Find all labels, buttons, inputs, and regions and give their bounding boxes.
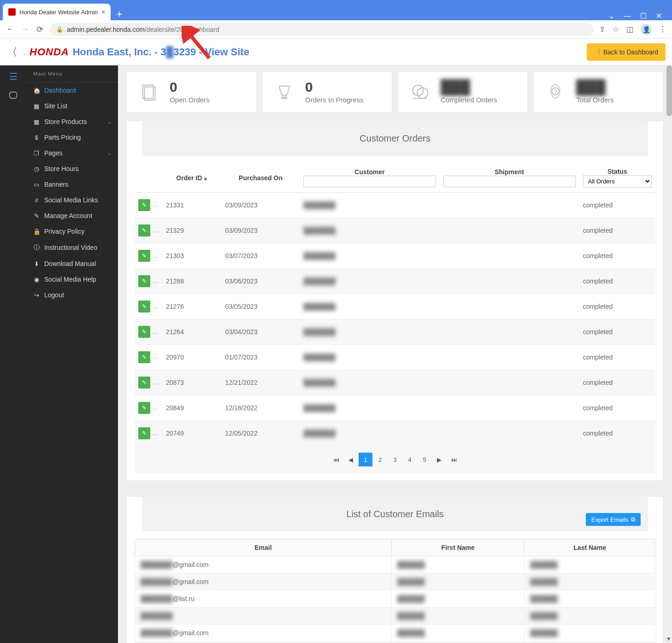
share-icon[interactable]: ⇪ xyxy=(599,25,605,34)
stat-value: 0 xyxy=(170,80,210,94)
sidebar-item-instructional-video[interactable]: ⓘInstructional Video xyxy=(27,239,118,256)
edit-order-button[interactable]: ✎ xyxy=(138,250,150,262)
minimize-icon[interactable]: — xyxy=(624,12,631,20)
more-icon[interactable]: … xyxy=(152,252,159,259)
more-icon[interactable]: … xyxy=(152,277,159,284)
orders-panel-title: Customer Orders xyxy=(142,121,648,156)
profile-avatar[interactable]: 👤 xyxy=(641,24,652,35)
col-order-id[interactable]: Order ID◆ xyxy=(162,163,222,193)
page-number[interactable]: 5 xyxy=(418,453,431,466)
col-first-name[interactable]: First Name xyxy=(391,539,525,556)
sidebar-item-social-media-help[interactable]: ◉Social Media Help xyxy=(27,271,118,287)
sidebar-item-store-hours[interactable]: ◷Store Hours xyxy=(27,161,118,177)
sidebar-item-social-media-links[interactable]: #Social Media Links xyxy=(27,192,118,208)
edit-order-button[interactable]: ✎ xyxy=(138,326,150,338)
more-icon[interactable]: … xyxy=(152,378,159,386)
page-number[interactable]: 4 xyxy=(403,453,417,466)
browser-tab[interactable]: Honda Dealer Website Admin × xyxy=(3,4,111,20)
chevron-down-icon[interactable]: ⌄ xyxy=(608,12,614,20)
edit-order-button[interactable]: ✎ xyxy=(138,351,150,363)
sidebar-item-banners[interactable]: ▭Banners xyxy=(27,177,118,192)
close-window-icon[interactable]: ✕ xyxy=(656,12,662,20)
customer-filter-input[interactable] xyxy=(303,176,436,187)
micro-sidebar: ☰ 🖵 xyxy=(0,65,27,643)
more-icon[interactable]: … xyxy=(152,429,159,437)
more-icon[interactable]: … xyxy=(152,353,159,360)
header-back-button[interactable]: 〈 xyxy=(6,45,20,59)
edit-order-button[interactable]: ✎ xyxy=(138,199,150,211)
cell-email: ███████ xyxy=(135,608,392,625)
sidebar-item-label: Download Manual xyxy=(44,260,96,267)
url-input[interactable]: 🔒 admin.pedealer.honda.com/dealersite/20… xyxy=(50,23,594,36)
page-nav[interactable]: ▶ xyxy=(432,453,446,466)
more-icon[interactable]: … xyxy=(152,302,159,310)
export-emails-button[interactable]: Export Emails ⧉ xyxy=(586,513,641,526)
menu-toggle-icon[interactable]: ☰ xyxy=(9,71,18,82)
edit-order-button[interactable]: ✎ xyxy=(138,301,150,313)
status-filter-select[interactable]: All Orders xyxy=(583,175,652,188)
sidebar-item-site-list[interactable]: ▦Site List xyxy=(27,98,118,114)
more-icon[interactable]: … xyxy=(152,226,159,234)
menu-icon[interactable]: ⋮ xyxy=(659,25,666,34)
sidebar-icon: 🏠 xyxy=(33,87,40,94)
more-icon[interactable]: … xyxy=(152,404,159,411)
close-tab-icon[interactable]: × xyxy=(101,8,105,16)
col-last-name[interactable]: Last Name xyxy=(525,539,655,556)
col-email[interactable]: Email xyxy=(135,539,392,556)
maximize-icon[interactable]: ☐ xyxy=(640,12,647,20)
cell-last-name: ██████ xyxy=(525,625,655,642)
bookmark-icon[interactable]: ☆ xyxy=(613,25,619,34)
cell-order-id: 21331 xyxy=(162,193,222,218)
more-icon[interactable]: … xyxy=(152,328,159,335)
sidebar-item-store-products[interactable]: ▦Store Products⌄ xyxy=(27,114,118,130)
table-row: ███████@gmail.com ██████ ██████ xyxy=(135,625,655,642)
cell-email: ███████@gmail.com xyxy=(135,625,392,642)
back-button[interactable]: ← xyxy=(6,24,15,34)
emails-table: Email First Name Last Name ███████@gmail… xyxy=(135,539,655,643)
sidebar-icon: # xyxy=(33,197,40,204)
edit-order-button[interactable]: ✎ xyxy=(138,275,150,287)
sidebar-item-pages[interactable]: ❐Pages⌄ xyxy=(27,145,118,161)
edit-order-button[interactable]: ✎ xyxy=(138,402,150,414)
page-nav[interactable]: ⏮ xyxy=(329,453,343,466)
page-number[interactable]: 1 xyxy=(359,453,372,466)
sidebar-icon: 🔒 xyxy=(33,228,40,235)
stat-card: ?███Total Orders xyxy=(534,72,663,112)
sidebar-icon: ⬇ xyxy=(33,260,40,267)
cell-date: 03/09/2023 xyxy=(222,218,300,243)
sidebar-item-download-manual[interactable]: ⬇Download Manual xyxy=(27,256,118,271)
sidebar-item-manage-account[interactable]: ✎Manage Account xyxy=(27,208,118,224)
sidebar-item-logout[interactable]: ↪Logout xyxy=(27,287,118,303)
page-number[interactable]: 3 xyxy=(388,453,402,466)
scroll-down-icon[interactable]: ▼ xyxy=(666,636,672,642)
page-number[interactable]: 2 xyxy=(373,453,387,466)
more-icon[interactable]: … xyxy=(152,201,159,208)
edit-order-button[interactable]: ✎ xyxy=(138,377,150,389)
extensions-icon[interactable]: ◫ xyxy=(626,25,633,34)
sidebar-item-label: Parts Pricing xyxy=(44,134,81,141)
cell-shipment xyxy=(440,243,579,269)
sidebar-icon: ❐ xyxy=(33,150,40,157)
edit-order-button[interactable]: ✎ xyxy=(138,427,150,439)
sidebar-item-dashboard[interactable]: 🏠Dashboard xyxy=(27,83,118,98)
reload-button[interactable]: ⟳ xyxy=(35,24,44,35)
col-purchased[interactable]: Purchased On xyxy=(222,163,300,193)
sidebar-item-label: Banners xyxy=(44,181,68,188)
sidebar-item-parts-pricing[interactable]: $Parts Pricing xyxy=(27,130,118,145)
new-tab-button[interactable]: + xyxy=(111,8,128,20)
stat-label: Total Orders xyxy=(576,96,614,104)
cell-status: completed xyxy=(579,269,655,294)
sidebar-item-privacy-policy[interactable]: 🔒Privacy Policy xyxy=(27,224,118,239)
edit-order-button[interactable]: ✎ xyxy=(138,224,150,236)
sidebar-item-label: Social Media Help xyxy=(44,276,96,283)
page-nav[interactable]: ⏭ xyxy=(447,453,461,466)
shipment-filter-input[interactable] xyxy=(443,176,576,187)
back-to-dashboard-button[interactable]: 〈 Back to Dashboard xyxy=(587,43,666,61)
forward-button[interactable]: → xyxy=(20,24,29,34)
monitor-icon[interactable]: 🖵 xyxy=(9,90,18,101)
stat-icon xyxy=(137,81,160,104)
orders-table: Order ID◆ Purchased On Customer Shipment xyxy=(135,163,655,446)
cell-email: ███████@msn.com xyxy=(135,642,392,643)
scrollbar[interactable] xyxy=(666,65,672,116)
page-nav[interactable]: ◀ xyxy=(344,453,358,466)
